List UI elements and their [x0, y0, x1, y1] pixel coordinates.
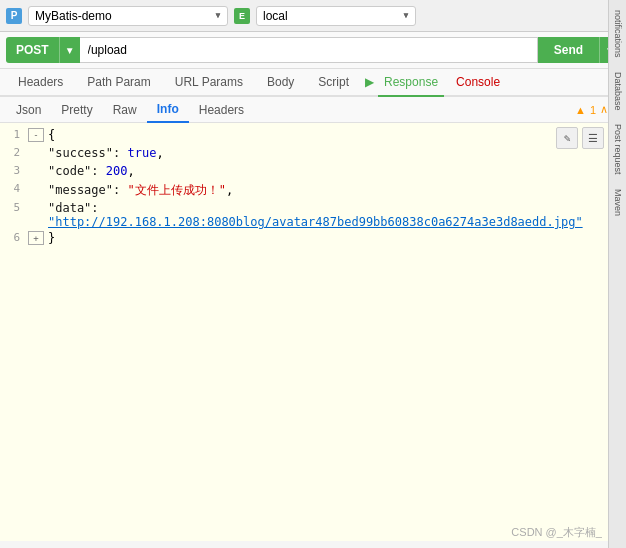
fold-icon-6[interactable]: + — [28, 231, 44, 245]
line-num-1: 1 — [0, 128, 28, 141]
warning-count: 1 — [590, 104, 596, 116]
line-content-6: } — [48, 231, 626, 245]
watermark: CSDN @_木字楠_ — [511, 525, 602, 540]
fold-icon-1[interactable]: - — [28, 128, 44, 142]
tab-path-param[interactable]: Path Param — [75, 69, 162, 95]
line-content-5: "data": "http://192.168.1.208:8080blog/a… — [48, 201, 626, 229]
url-input[interactable] — [80, 37, 538, 63]
resp-tab-info[interactable]: Info — [147, 97, 189, 123]
code-line-3: 3 "code": 200, — [0, 163, 626, 181]
code-line-4: 4 "message": "文件上传成功！", — [0, 181, 626, 200]
nav-up[interactable]: ∧ — [600, 103, 608, 116]
sidebar-label-notifications[interactable]: notifications — [611, 4, 625, 64]
line-content-4: "message": "文件上传成功！", — [48, 182, 626, 199]
main-tabs-row: Headers Path Param URL Params Body Scrip… — [0, 69, 626, 97]
project-icon: P — [6, 8, 22, 24]
line-content-2: "success": true, — [48, 146, 626, 160]
line-num-6: 6 — [0, 231, 28, 244]
content-area: ✎ ☰ 1 - { 2 "success": true, 3 "code": 2… — [0, 123, 626, 541]
env-icon: E — [234, 8, 250, 24]
sidebar-label-database[interactable]: Database — [611, 66, 625, 117]
url-link[interactable]: "http://192.168.1.208:8080blog/avatar487… — [48, 215, 583, 229]
sidebar-label-maven[interactable]: Maven — [611, 183, 625, 222]
env-select[interactable]: local — [256, 6, 416, 26]
right-sidebar: notifications Database Post request Mave… — [608, 0, 626, 548]
method-button[interactable]: POST — [6, 37, 59, 63]
resp-tab-headers[interactable]: Headers — [189, 98, 254, 122]
list-icon[interactable]: ☰ — [582, 127, 604, 149]
project-select[interactable]: MyBatis-demo — [28, 6, 228, 26]
response-tabs-row: Json Pretty Raw Info Headers ▲ 1 ∧ ∨ — [0, 97, 626, 123]
line-content-1: { — [48, 128, 626, 142]
line-num-4: 4 — [0, 182, 28, 195]
resp-tab-json[interactable]: Json — [6, 98, 51, 122]
send-button[interactable]: Send — [538, 37, 599, 63]
code-line-1: 1 - { — [0, 127, 626, 145]
tab-headers[interactable]: Headers — [6, 69, 75, 95]
top-bar: P MyBatis-demo ▼ E local ▼ — [0, 0, 626, 32]
warning-icon: ▲ — [575, 104, 586, 116]
tab-url-params[interactable]: URL Params — [163, 69, 255, 95]
method-url-row: POST ▼ Send ▼ — [0, 32, 626, 69]
edit-icon[interactable]: ✎ — [556, 127, 578, 149]
resp-tab-pretty[interactable]: Pretty — [51, 98, 102, 122]
line-num-5: 5 — [0, 201, 28, 214]
tab-script[interactable]: Script — [306, 69, 361, 95]
code-line-5: 5 "data": "http://192.168.1.208:8080blog… — [0, 200, 626, 230]
tab-console[interactable]: Console — [444, 69, 512, 95]
line-num-3: 3 — [0, 164, 28, 177]
code-line-2: 2 "success": true, — [0, 145, 626, 163]
project-select-wrapper[interactable]: MyBatis-demo ▼ — [28, 6, 228, 26]
line-num-2: 2 — [0, 146, 28, 159]
tab-body[interactable]: Body — [255, 69, 306, 95]
action-icons: ✎ ☰ — [556, 127, 604, 149]
env-select-wrapper[interactable]: local ▼ — [256, 6, 416, 26]
tab-response[interactable]: Response — [378, 69, 444, 97]
code-line-6: 6 + } — [0, 230, 626, 248]
resp-tab-raw[interactable]: Raw — [103, 98, 147, 122]
line-content-3: "code": 200, — [48, 164, 626, 178]
tab-response-arrow: ▶ — [365, 75, 374, 89]
method-dropdown-button[interactable]: ▼ — [59, 37, 80, 63]
sidebar-label-post-request[interactable]: Post request — [611, 118, 625, 181]
